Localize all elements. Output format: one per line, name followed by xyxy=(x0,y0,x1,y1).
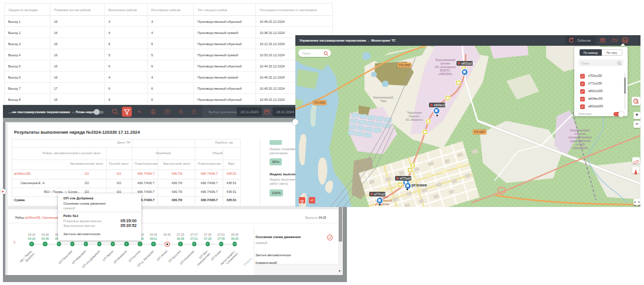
svg-text:АО «Корпорация: АО «Корпорация xyxy=(435,66,456,69)
svg-text:Территория: Территория xyxy=(407,111,422,114)
svg-text:№ 4 АО: № 4 АО xyxy=(575,143,585,146)
svg-text:рудоуправления: рудоуправления xyxy=(570,140,591,142)
svg-text:АО «Бератон»: АО «Бератон» xyxy=(406,118,424,121)
svg-text:м604вс159: м604вс159 xyxy=(434,104,448,107)
svg-text:576-0056: 576-0056 xyxy=(314,101,326,104)
svg-text:бывшего: бывшего xyxy=(409,115,420,118)
svg-text:Березниковский: Березниковский xyxy=(435,58,455,62)
svg-text:м771тр159: м771тр159 xyxy=(374,193,389,196)
svg-text:«Уралкалий»: «Уралкалий» xyxy=(572,146,588,150)
svg-text:м832ур159: м832ур159 xyxy=(462,62,476,65)
svg-text:полигона: полигона xyxy=(574,133,586,135)
svg-text:м771ум159: м771ум159 xyxy=(400,177,414,180)
svg-text:576-0056: 576-0056 xyxy=(399,64,411,67)
svg-text:филиал: филиал xyxy=(441,62,451,65)
svg-text:«АВИСМА»: «АВИСМА» xyxy=(438,73,453,76)
svg-text:Березниковское: Березниковское xyxy=(570,129,590,132)
svg-text:86: 86 xyxy=(166,110,169,113)
svg-text:производственного: производственного xyxy=(568,136,592,139)
svg-text:ВСМПО-: ВСМПО- xyxy=(440,69,451,72)
svg-text:Березниковский: Березниковский xyxy=(373,96,393,99)
svg-text:Парк: Парк xyxy=(380,100,386,103)
svg-text:576-0057: 576-0057 xyxy=(474,131,486,134)
